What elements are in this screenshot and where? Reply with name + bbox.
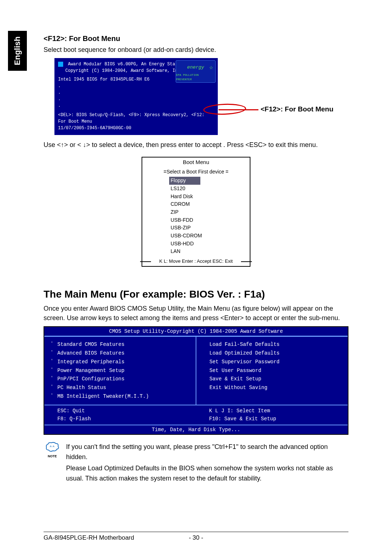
footer-model: GA-8I945PLGE-RH Motherboard [44,534,174,541]
boot-menu-item[interactable]: USB-FDD [171,216,250,224]
f12-instruction: Use <↑> or < ↓> to select a device, then… [44,140,348,150]
award-logo-icon [58,62,63,67]
cmos-item[interactable]: Load Optimized Defaults [209,349,340,358]
boot-menu-subtitle: =Select a Boot First device = [142,166,250,177]
main-menu-heading: The Main Menu (For example: BIOS Ver. : … [44,289,348,300]
boot-menu-item[interactable]: USB-HDD [171,240,250,248]
cmos-hint: Time, Date, Hard Disk Type... [44,425,348,434]
cmos-item[interactable]: Advanced BIOS Features [57,350,124,356]
boot-menu-item[interactable]: USB-CDROM [171,232,250,240]
boot-menu-footer: K L: Move Enter : Accept ESC: Exit [142,258,250,265]
cmos-item[interactable]: Save & Exit Setup [209,375,340,384]
cmos-key: F10: Save & Exit Setup [209,415,340,423]
cmos-left-column: 'Standard CMOS Features 'Advanced BIOS F… [44,337,196,405]
footer-page: - 30 - [174,534,218,541]
boot-menu-title: Boot Menu [142,158,250,166]
cmos-item[interactable]: PnP/PCI Configurations [57,376,124,382]
language-label: English [13,36,22,65]
cmos-keys-row: ESC: Quit F8: Q-Flash K L J I: Select It… [44,405,348,425]
bios-bottom1b: For Boot Menu [58,119,92,124]
cmos-item[interactable]: Exit Without Saving [209,384,340,392]
page-content: <F12>: For Boot Menu Select boot sequenc… [44,34,348,484]
bios-line1: Award Modular BIOS v6.00PG, An Energy St… [68,62,191,67]
boot-menu-item[interactable]: Hard Disk [171,193,250,201]
note-line2: Please Load Optimized Defaults in the BI… [66,463,348,484]
cmos-key: ESC: Quit [57,407,189,415]
energy-star-badge: ☆ energy EPA POLLUTION PREVENTER [176,60,216,83]
cmos-item[interactable]: Load Fail-Safe Defaults [209,340,340,349]
boot-menu-box: Boot Menu =Select a Boot First device = … [142,157,250,267]
boot-menu-item[interactable]: LAN [171,248,250,255]
cmos-item[interactable]: Integrated Peripherals [57,359,124,365]
energy-word: energy [187,64,204,71]
language-tab: English [8,31,27,71]
svg-text:^ ^: ^ ^ [50,445,55,449]
energy-sub: EPA POLLUTION PREVENTER [176,73,215,82]
boot-menu-item-selected[interactable]: Floppy [169,177,200,185]
main-menu-desc: Once you enter Award BIOS CMOS Setup Uti… [44,304,348,323]
cmos-item[interactable]: MB Intelligent Tweaker(M.I.T.) [57,393,149,399]
note-label: NOTE [44,454,61,458]
cmos-item[interactable]: PC Health Status [57,385,106,391]
boot-menu-item[interactable]: CDROM [171,200,250,208]
star-icon: ☆ [209,63,213,73]
page-footer: GA-8I945PLGE-RH Motherboard - 30 - [44,532,348,541]
cmos-setup-box: CMOS Setup Utility-Copyright (C) 1984-20… [44,326,348,434]
cmos-right-column: Load Fail-Safe Defaults Load Optimized D… [196,337,348,405]
bios-bottom2: 11/07/2005-I945-6A79HG0GC-00 [58,125,214,131]
note-line1: If you can't find the setting you want, … [66,442,348,462]
boot-menu-item[interactable]: USB-ZIP [171,224,250,232]
cmos-item[interactable]: Standard CMOS Features [57,342,124,347]
callout-line [219,109,258,110]
cmos-key: F8: Q-Flash [57,415,189,423]
cmos-title: CMOS Setup Utility-Copyright (C) 1984-20… [44,327,348,336]
note-icon: ^ ^ NOTE [44,442,61,484]
bios-boot-screen: Award Modular BIOS v6.00PG, An Energy St… [54,58,218,135]
cmos-item[interactable]: Set Supervisor Password [209,358,340,367]
boot-menu-item[interactable]: LS120 [171,185,250,193]
cmos-key: K L J I: Select Item [209,407,340,415]
cmos-item[interactable]: Set User Password [209,367,340,375]
f12-title: <F12>: For Boot Menu [44,34,348,43]
boot-menu-list: Floppy LS120 Hard Disk CDROM ZIP USB-FDD… [142,177,250,258]
bios-bottom1a: <DEL>: BIOS Setup/Q-Flash, <F9>: Xpress … [58,113,199,118]
cmos-item[interactable]: Power Management Setup [57,368,124,373]
f12-desc: Select boot sequence for onboard (or add… [44,45,348,54]
boot-menu-item[interactable]: ZIP [171,208,250,216]
note-block: ^ ^ NOTE If you can't find the setting y… [44,442,348,484]
f12-callout: <F12>: For Boot Menu [261,105,334,113]
